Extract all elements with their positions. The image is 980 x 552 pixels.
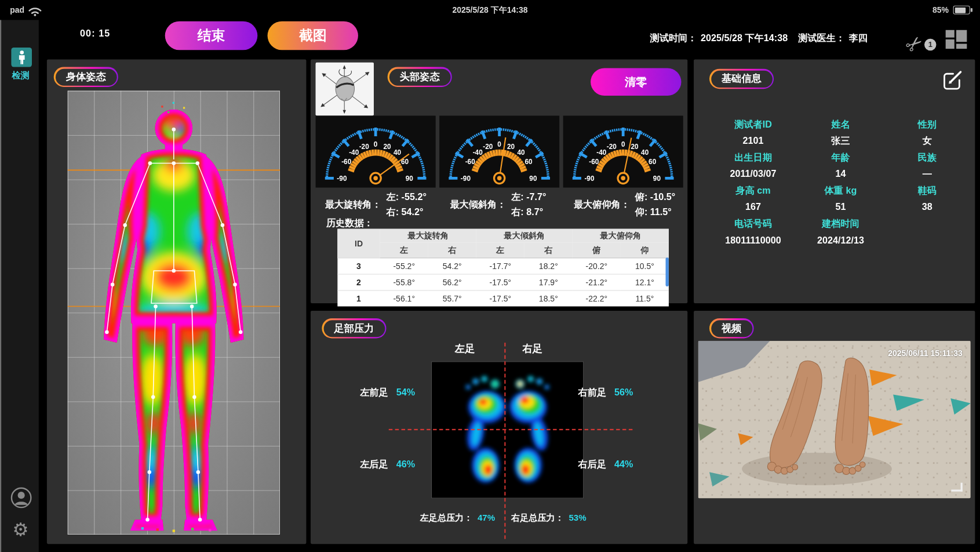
svg-text:-90: -90 [584, 175, 595, 183]
info-field: 身高 cm167 [709, 185, 797, 218]
metric-label: 最大倾斜角： [450, 198, 506, 210]
svg-text:-20: -20 [483, 143, 493, 151]
test-time-label: 测试时间： [650, 32, 697, 44]
svg-text:60: 60 [525, 158, 533, 166]
video-expand-icon[interactable] [951, 483, 962, 492]
metric-label: 最大旋转角： [325, 198, 381, 210]
status-datetime: 2025/5/28 下午14:38 [0, 0, 980, 20]
screenshot-button[interactable]: 截图 [268, 21, 358, 50]
right-rearfoot-label: 右后足 [578, 458, 607, 470]
layout-grid-icon[interactable] [946, 30, 967, 49]
col-id: ID [337, 229, 380, 258]
settings-gear-icon[interactable]: ⚙ [13, 519, 29, 540]
subcol: 右 [428, 242, 476, 257]
info-field: 民族— [884, 152, 970, 185]
svg-text:90: 90 [653, 175, 661, 183]
svg-text:20: 20 [631, 143, 639, 151]
metric-left-value: 左: -55.2° [386, 190, 426, 205]
doctor-value: 李四 [849, 32, 868, 44]
svg-text:-60: -60 [341, 158, 352, 166]
body-posture-panel: 身体姿态 [47, 59, 307, 544]
svg-text:-40: -40 [596, 148, 607, 157]
end-button[interactable]: 结束 [165, 21, 258, 50]
basic-info-grid: 测试者ID2101 姓名张三 性别女 出生日期2011/03/07 年龄14 民… [709, 119, 970, 252]
video-title: 视频 [711, 320, 752, 337]
left-foot-label: 左足 [446, 343, 484, 356]
left-total-label: 左足总压力： [420, 513, 473, 522]
info-field: 体重 kg51 [797, 185, 884, 218]
info-field: 电话号码18011110000 [709, 218, 797, 251]
svg-text:-60: -60 [465, 158, 476, 166]
video-title-pill: 视频 [709, 318, 754, 339]
test-time: 测试时间： 2025/5/28 下午14:38 [650, 32, 788, 44]
battery-percent: 85% [932, 0, 949, 20]
metric-down-value: 俯: -10.5° [635, 190, 675, 205]
info-field: 年龄14 [797, 152, 884, 185]
table-row: 3 -55.2°54.2° -17.7°18.2° -20.2°10.5° [337, 258, 669, 274]
info-field: 测试者ID2101 [709, 119, 797, 152]
head-axes-diagram [316, 63, 374, 116]
left-forefoot-value: 54% [396, 386, 415, 397]
test-time-value: 2025/5/28 下午14:38 [701, 32, 788, 44]
col-group-pitch: 最大俯仰角 [573, 229, 669, 243]
body-posture-title-pill: 身体姿态 [54, 67, 118, 87]
right-rearfoot-value: 44% [614, 458, 633, 469]
head-posture-title: 头部姿态 [389, 68, 450, 85]
foot-pressure-title-pill: 足部压力 [322, 318, 386, 339]
right-total-pressure: 右足总压力：53% [511, 513, 586, 524]
svg-text:0: 0 [621, 140, 625, 148]
body-thermal-image [67, 90, 280, 535]
max-rotation-metric: 最大旋转角： 左: -55.2° 右: 54.2° [325, 190, 427, 220]
right-total-value: 53% [569, 513, 586, 522]
svg-text:-20: -20 [359, 143, 370, 151]
basic-info-title: 基础信息 [711, 70, 773, 87]
session-timer: 00: 15 [80, 27, 110, 38]
clear-button[interactable]: 清零 [591, 68, 681, 96]
info-field: 建档时间2024/12/13 [797, 218, 884, 251]
sidebar-item-detect[interactable] [11, 48, 32, 67]
right-total-label: 右足总压力： [511, 513, 564, 522]
svg-text:90: 90 [529, 175, 537, 183]
svg-text:0: 0 [374, 140, 378, 148]
svg-text:20: 20 [507, 143, 515, 151]
user-account-icon[interactable] [10, 486, 32, 509]
test-doctor: 测试医生： 李四 [798, 32, 868, 44]
metric-up-value: 仰: 11.5° [635, 205, 675, 220]
left-rearfoot-value: 46% [396, 458, 415, 469]
table-row: 1 -56.1°55.7° -17.5°18.5° -22.2°11.5° [337, 290, 669, 307]
svg-text:-90: -90 [461, 175, 471, 183]
right-forefoot-label: 右前足 [578, 386, 607, 398]
svg-text:-90: -90 [337, 175, 347, 183]
sidebar: 检测 ⚙ [0, 20, 39, 552]
body-posture-title: 身体姿态 [55, 68, 116, 85]
app-window: pad 2025/5/28 下午14:38 85% 检测 ⚙ 00: 15 结束… [0, 0, 980, 552]
head-posture-title-pill: 头部姿态 [388, 67, 452, 87]
foot-center-horizontal-line [389, 429, 633, 430]
edit-icon[interactable] [941, 67, 965, 91]
battery-icon [953, 6, 970, 14]
metric-right-value: 右: 54.2° [386, 205, 426, 220]
svg-text:60: 60 [649, 158, 657, 166]
left-forefoot-label: 左前足 [360, 386, 388, 398]
svg-text:-40: -40 [473, 148, 483, 157]
history-table: ID 最大旋转角 最大倾斜角 最大俯仰角 左 右 左 右 俯 仰 3 -55.2… [337, 229, 669, 307]
svg-text:40: 40 [518, 148, 526, 157]
basic-info-title-pill: 基础信息 [709, 69, 774, 89]
info-field: 姓名张三 [797, 119, 884, 152]
subcol: 仰 [621, 242, 669, 257]
left-rearfoot-label: 左后足 [360, 458, 388, 470]
video-timestamp: 2025/06/11 15:11:33 [813, 348, 963, 358]
person-icon [16, 50, 27, 65]
left-total-pressure: 左足总压力：47% [420, 513, 495, 524]
svg-text:40: 40 [641, 148, 649, 157]
max-pitch-metric: 最大俯仰角： 俯: -10.5° 仰: 11.5° [574, 190, 675, 220]
info-field: 出生日期2011/03/07 [709, 152, 797, 185]
history-data-label: 历史数据： [326, 217, 373, 229]
pitch-gauge: -90-60-40-20020406090 [563, 116, 683, 188]
subcol: 右 [524, 242, 573, 257]
col-group-tilt: 最大倾斜角 [476, 229, 573, 243]
max-tilt-metric: 最大倾斜角： 左: -7.7° 右: 8.7° [450, 190, 546, 220]
right-forefoot-value: 56% [614, 386, 633, 397]
table-scrollbar[interactable] [666, 257, 669, 286]
subcol: 俯 [573, 242, 621, 257]
